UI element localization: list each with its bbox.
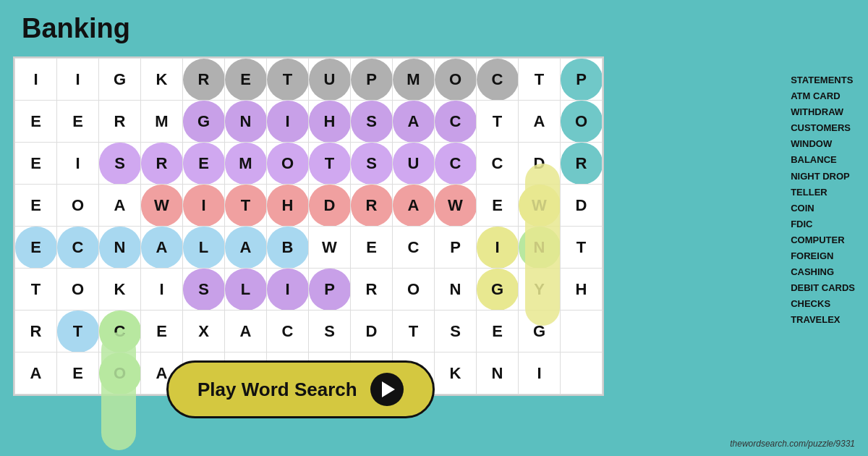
word-item-window: WINDOW [791, 136, 855, 152]
cell-1-1: E [57, 101, 99, 143]
cell-0-7: U [309, 59, 351, 101]
cell-5-0: T [15, 269, 57, 311]
cell-6-6: C [267, 311, 309, 352]
cell-5-10: N [435, 269, 477, 311]
cell-2-12: D [519, 143, 561, 185]
cell-4-9: C [393, 227, 435, 269]
cell-4-6: B [267, 227, 309, 269]
cell-1-4: G [183, 101, 225, 143]
play-button-label: Play Word Search [197, 379, 357, 401]
cell-5-6: I [267, 269, 309, 311]
cell-6-1: T [57, 311, 99, 352]
cell-6-13 [561, 311, 603, 352]
cell-1-10: C [435, 101, 477, 143]
cell-2-5: M [225, 143, 267, 185]
cell-3-5: T [225, 185, 267, 227]
cell-3-4: I [183, 185, 225, 227]
cell-0-4: R [183, 59, 225, 101]
cell-5-3: I [141, 269, 183, 311]
cell-4-0: E [15, 227, 57, 269]
word-item-cashing: CASHING [791, 264, 855, 280]
cell-2-0: E [15, 143, 57, 185]
cell-6-2: C [99, 311, 141, 352]
cell-4-10: P [435, 227, 477, 269]
cell-0-9: M [393, 59, 435, 101]
cell-0-0: I [15, 59, 57, 101]
cell-1-8: S [351, 101, 393, 143]
cell-1-6: I [267, 101, 309, 143]
cell-1-9: A [393, 101, 435, 143]
cell-4-8: E [351, 227, 393, 269]
cell-3-0: E [15, 185, 57, 227]
cell-7-2: O [99, 352, 141, 394]
cell-1-13: O [561, 101, 603, 143]
cell-5-7: P [309, 269, 351, 311]
word-item-checks: CHECKS [791, 296, 855, 312]
word-item-atm-card: ATM CARD [791, 88, 855, 104]
attribution: thewordsearch.com/puzzle/9331 [730, 439, 855, 449]
cell-3-1: O [57, 185, 99, 227]
cell-6-10: S [435, 311, 477, 352]
cell-2-2: S [99, 143, 141, 185]
cell-0-2: G [99, 59, 141, 101]
cell-7-13 [561, 352, 603, 394]
cell-7-10: K [435, 352, 477, 394]
cell-2-11: C [477, 143, 519, 185]
cell-3-7: D [309, 185, 351, 227]
cell-7-11: N [477, 352, 519, 394]
word-item-customers: CUSTOMERS [791, 120, 855, 136]
cell-4-12: N [519, 227, 561, 269]
cell-6-3: E [141, 311, 183, 352]
cell-0-3: K [141, 59, 183, 101]
cell-1-0: E [15, 101, 57, 143]
cell-4-5: A [225, 227, 267, 269]
cell-7-1: E [57, 352, 99, 394]
cell-0-1: I [57, 59, 99, 101]
cell-2-13: R [561, 143, 603, 185]
cell-2-9: U [393, 143, 435, 185]
cell-3-13: D [561, 185, 603, 227]
play-icon [370, 373, 404, 406]
play-button[interactable]: Play Word Search [166, 360, 435, 418]
cell-3-9: A [393, 185, 435, 227]
word-search-grid: I I G K R E T U P M O C T P E E R M [13, 56, 604, 396]
cell-2-1: I [57, 143, 99, 185]
cell-2-7: T [309, 143, 351, 185]
cell-0-12: T [519, 59, 561, 101]
cell-5-12: Y [519, 269, 561, 311]
cell-7-12: I [519, 352, 561, 394]
cell-6-4: X [183, 311, 225, 352]
word-item-computer: COMPUTER [791, 232, 855, 248]
cell-4-13: T [561, 227, 603, 269]
cell-5-8: R [351, 269, 393, 311]
cell-5-9: O [393, 269, 435, 311]
cell-0-6: T [267, 59, 309, 101]
cell-1-5: N [225, 101, 267, 143]
cell-6-7: S [309, 311, 351, 352]
cell-4-3: A [141, 227, 183, 269]
word-item-fdic: FDIC [791, 216, 855, 232]
grid-table: I I G K R E T U P M O C T P E E R M [14, 58, 603, 394]
cell-2-4: E [183, 143, 225, 185]
word-item-foreign: FOREIGN [791, 248, 855, 264]
cell-6-9: T [393, 311, 435, 352]
cell-4-4: L [183, 227, 225, 269]
cell-5-2: K [99, 269, 141, 311]
cell-2-8: S [351, 143, 393, 185]
word-item-coin: COIN [791, 200, 855, 216]
cell-0-8: P [351, 59, 393, 101]
cell-1-7: H [309, 101, 351, 143]
word-item-statements: STATEMENTS [791, 72, 855, 88]
word-item-balance: BALANCE [791, 152, 855, 168]
word-item-teller: TELLER [791, 185, 855, 200]
cell-3-10: W [435, 185, 477, 227]
cell-0-10: O [435, 59, 477, 101]
cell-3-8: R [351, 185, 393, 227]
cell-3-3: W [141, 185, 183, 227]
page-title: Banking [22, 13, 130, 44]
cell-5-4: S [183, 269, 225, 311]
cell-5-5: L [225, 269, 267, 311]
cell-7-0: A [15, 352, 57, 394]
cell-1-3: M [141, 101, 183, 143]
cell-3-11: E [477, 185, 519, 227]
